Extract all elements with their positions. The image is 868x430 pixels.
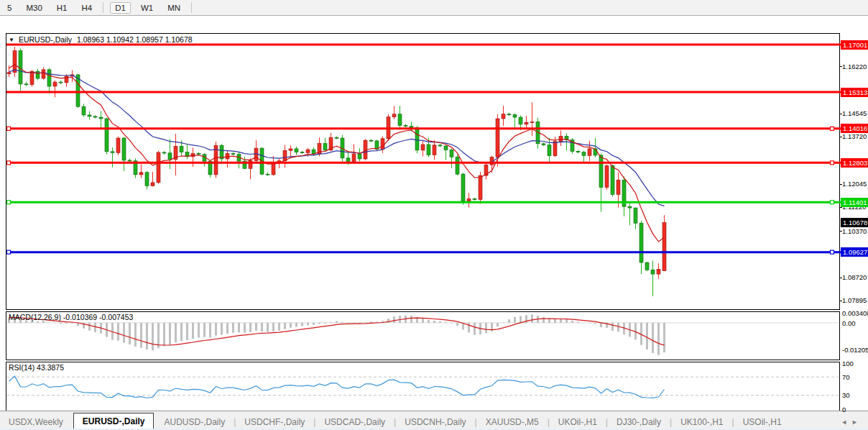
macd-indicator-label: MACD(12,26,9) -0.010369 -0.007453 [9, 313, 133, 321]
chart-area[interactable]: ▼EURUSD-,Daily1.08963 1.10942 1.08957 1.… [0, 16, 868, 411]
tab-usdcad-daily[interactable]: USDCAD-,Daily [315, 415, 394, 429]
current-price-badge: 1.10678 [841, 218, 868, 227]
tab-uk100-h1[interactable]: UK100-,H1 [672, 415, 731, 429]
tab-usoil-h1[interactable]: USOil-,H1 [734, 415, 790, 429]
tab-usdcnh-daily[interactable]: USDCNH-,Daily [396, 415, 474, 429]
timeframe-button-5[interactable]: 5 [3, 3, 16, 13]
chevron-down-icon[interactable]: ▼ [9, 37, 14, 43]
price-axis-label: 1.14545 [842, 109, 868, 117]
tab-scroll-arrows: ◄► [841, 415, 862, 429]
price-axis-label: 1.08720 [842, 273, 868, 281]
price-level-badge: 1.15313 [841, 88, 868, 97]
toolbar-separator [103, 2, 103, 13]
price-level-badge: 1.12803 [841, 158, 868, 168]
price-axis-label: 1.10370 [842, 227, 868, 235]
rsi-axis-label: 100 [842, 360, 868, 367]
tab-scroll-right-icon[interactable]: ► [851, 418, 862, 426]
macd-axis-label: -0.012059 [842, 346, 868, 354]
timeframe-button-h1[interactable]: H1 [52, 3, 72, 13]
timeframe-button-m30[interactable]: M30 [22, 3, 46, 13]
chart-title: ▼EURUSD-,Daily1.08963 1.10942 1.08957 1.… [9, 35, 193, 44]
rsi-indicator-label: RSI(14) 43.3875 [9, 363, 64, 372]
timeframe-toolbar: 5M30H1H4D1W1MN [0, 0, 868, 16]
tab-xauusd-m5[interactable]: XAUUSD-,M5 [477, 415, 548, 429]
tab-usdx-weekly[interactable]: USDX,Weekly [0, 415, 72, 429]
price-level-badge: 1.09627 [841, 247, 868, 257]
chart-symbol-period: EURUSD-,Daily [19, 35, 72, 44]
price-axis-label: 1.16220 [842, 63, 868, 70]
price-axis-label: 1.12045 [842, 180, 868, 188]
timeframe-button-d1[interactable]: D1 [110, 2, 131, 14]
trading-platform-window: 5M30H1H4D1W1MN ▼EURUSD-,Daily1.08963 1.1… [0, 0, 868, 430]
rsi-axis-label: 0 [842, 406, 868, 413]
tab-ukoil-h1[interactable]: UKOil-,H1 [550, 415, 606, 429]
timeframe-button-h4[interactable]: H4 [77, 3, 96, 13]
price-level-badge: 1.14016 [841, 124, 868, 133]
price-level-badge: 1.17001 [841, 40, 868, 50]
tab-eurusd-daily[interactable]: EURUSD-,Daily [73, 413, 154, 429]
macd-axis-label: 0.003408 [842, 309, 868, 317]
price-axis-label: 1.07895 [842, 296, 868, 304]
symbol-tab-bar: USDX,WeeklyEURUSD-,DailyAUDUSD-,Daily|US… [0, 411, 868, 429]
price-level-badge: 1.11401 [841, 198, 868, 207]
timeframe-button-mn[interactable]: MN [163, 3, 185, 13]
toolbar-separator [191, 2, 192, 13]
tab-audusd-daily[interactable]: AUDUSD-,Daily [155, 415, 234, 429]
price-chart-panel[interactable] [0, 16, 868, 411]
macd-axis-label: 0.00 [842, 319, 868, 327]
tab-dj30-daily[interactable]: DJ30-,Daily [608, 415, 670, 429]
timeframe-button-w1[interactable]: W1 [137, 3, 157, 13]
tab-scroll-left-icon[interactable]: ◄ [841, 418, 851, 426]
price-axis-label: 1.13720 [842, 132, 868, 140]
chart-ohlc-values: 1.08963 1.10942 1.08957 1.10678 [77, 35, 193, 44]
tab-usdchf-daily[interactable]: USDCHF-,Daily [236, 415, 313, 429]
rsi-axis-label: 30 [842, 391, 868, 399]
rsi-axis-label: 70 [842, 373, 868, 381]
